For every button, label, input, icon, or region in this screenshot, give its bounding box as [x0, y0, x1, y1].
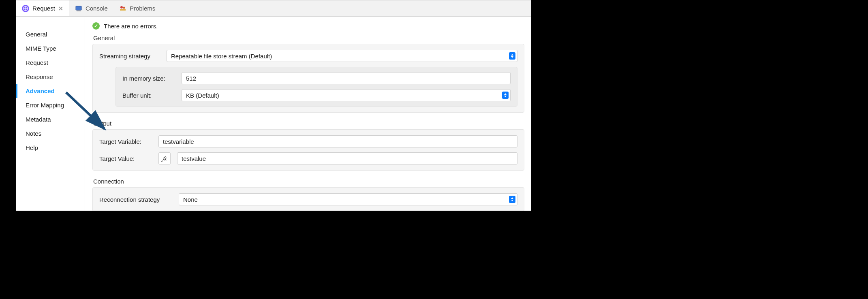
- fx-button[interactable]: 𝑓x: [158, 152, 171, 164]
- chevron-updown-icon: [509, 52, 515, 60]
- sidebar-item-notes[interactable]: Notes: [16, 126, 85, 141]
- sidebar-item-label: Help: [26, 144, 38, 151]
- sidebar-item-label: MIME Type: [26, 45, 56, 52]
- target-variable-label: Target Variable:: [99, 138, 152, 145]
- chevron-updown-icon: [509, 196, 515, 203]
- tab-label: Console: [86, 5, 108, 12]
- sidebar-item-label: Notes: [26, 130, 41, 137]
- sidebar-item-metadata[interactable]: Metadata: [16, 112, 85, 126]
- sidebar-item-request[interactable]: Request: [16, 56, 85, 70]
- sidebar-item-general[interactable]: General: [16, 27, 85, 41]
- tab-label: Problems: [130, 5, 155, 12]
- status-text: There are no errors.: [104, 23, 158, 30]
- sidebar-item-label: Error Mapping: [26, 102, 64, 109]
- check-icon: ✓: [92, 22, 100, 30]
- tab-label: Request: [32, 5, 55, 12]
- sidebar-item-mime-type[interactable]: MIME Type: [16, 41, 85, 56]
- sidebar-item-label: Metadata: [26, 116, 51, 123]
- streaming-strategy-label: Streaming strategy: [99, 53, 160, 60]
- sidebar-item-label: Response: [26, 73, 53, 80]
- target-value-label: Target Value:: [99, 155, 152, 162]
- sidebar-item-error-mapping[interactable]: Error Mapping: [16, 98, 85, 112]
- select-value: None: [183, 196, 198, 203]
- reconnection-strategy-select[interactable]: None: [179, 193, 517, 205]
- status-row: ✓ There are no errors.: [92, 22, 524, 30]
- svg-point-6: [120, 6, 123, 9]
- target-variable-input[interactable]: [158, 135, 517, 147]
- streaming-inner-box: In memory size: Buffer unit: KB (Default…: [115, 67, 517, 107]
- tab-request[interactable]: Request ✕: [16, 0, 69, 16]
- svg-rect-3: [76, 6, 81, 10]
- svg-rect-4: [77, 11, 81, 11]
- section-title-general: General: [93, 34, 524, 41]
- reconnection-strategy-label: Reconnection strategy: [99, 196, 172, 203]
- section-title-connection: Connection: [93, 178, 524, 185]
- connection-group: Reconnection strategy None: [92, 187, 524, 211]
- select-value: KB (Default): [186, 92, 219, 99]
- tab-problems[interactable]: Problems: [113, 0, 161, 16]
- sidebar-item-label: Advanced: [26, 88, 55, 94]
- sidebar-item-response[interactable]: Response: [16, 70, 85, 84]
- sidebar-item-label: Request: [26, 59, 48, 66]
- svg-point-7: [123, 6, 125, 9]
- sidebar: General MIME Type Request Response Advan…: [16, 17, 85, 211]
- close-icon[interactable]: ✕: [58, 5, 63, 12]
- streaming-strategy-select[interactable]: Repeatable file store stream (Default): [167, 50, 517, 62]
- general-group: Streaming strategy Repeatable file store…: [92, 44, 524, 113]
- buffer-unit-label: Buffer unit:: [122, 92, 175, 99]
- sidebar-item-help[interactable]: Help: [16, 141, 85, 155]
- buffer-unit-select[interactable]: KB (Default): [182, 89, 511, 101]
- in-memory-size-label: In memory size:: [122, 75, 175, 82]
- tab-console[interactable]: Console: [69, 0, 113, 16]
- body: General MIME Type Request Response Advan…: [16, 17, 531, 211]
- problems-icon: [119, 5, 126, 12]
- section-title-output: Output: [93, 120, 524, 127]
- sidebar-item-advanced[interactable]: Advanced: [16, 84, 85, 98]
- console-icon: [75, 5, 82, 12]
- main-panel: ✓ There are no errors. General Streaming…: [85, 17, 531, 211]
- target-value-input[interactable]: [177, 152, 517, 164]
- sidebar-item-label: General: [26, 31, 47, 38]
- svg-rect-5: [120, 9, 126, 11]
- request-icon: [22, 5, 29, 12]
- in-memory-size-input[interactable]: [182, 72, 511, 84]
- chevron-updown-icon: [502, 92, 509, 99]
- tabbar: Request ✕ Console Problems: [16, 0, 531, 17]
- select-value: Repeatable file store stream (Default): [171, 53, 272, 60]
- app-window: Request ✕ Console Problems General MIME …: [16, 0, 531, 211]
- output-group: Target Variable: Target Value: 𝑓x: [92, 129, 524, 171]
